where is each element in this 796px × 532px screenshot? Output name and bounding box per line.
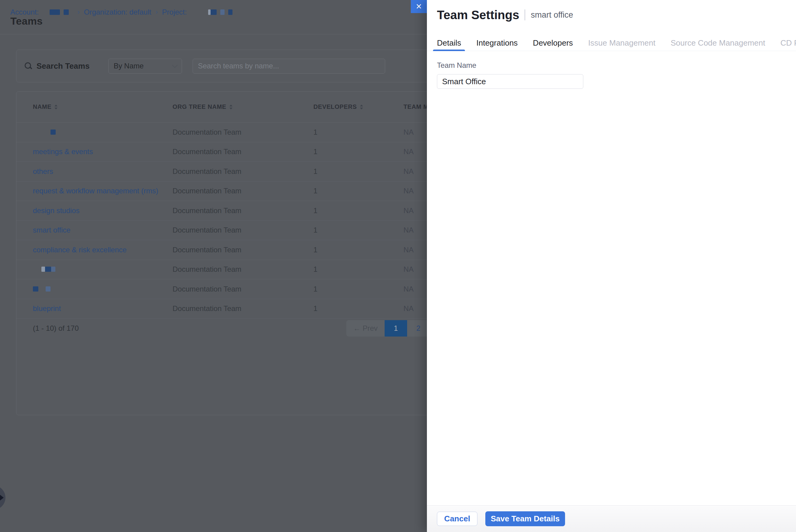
save-team-details-button[interactable]: Save Team Details	[485, 511, 565, 526]
page-button-1[interactable]: 1	[385, 320, 407, 337]
close-panel-button[interactable]: ✕	[411, 0, 427, 13]
details-tab-content: Team Name	[437, 51, 583, 89]
org-tree-name-cell: Documentation Team	[173, 285, 313, 293]
redaction-blocks	[33, 130, 56, 135]
org-tree-name-cell: Documentation Team	[173, 265, 313, 273]
developers-cell: 1	[313, 167, 403, 176]
page-button-2[interactable]: 2	[407, 320, 430, 337]
expand-arrow-icon	[0, 494, 4, 501]
org-tree-name-cell: Documentation Team	[173, 304, 313, 313]
redaction-blocks	[33, 286, 51, 291]
redaction-block	[46, 286, 51, 291]
breadcrumb-separator-icon: ›	[77, 8, 79, 16]
column-header-label: DEVELOPERS	[313, 103, 357, 110]
filter-select-value: By Name	[113, 62, 144, 70]
search-filter-select[interactable]: By Name	[108, 59, 182, 74]
column-header-org-tree-name[interactable]: ORG TREE NAME	[173, 103, 313, 110]
team-name-cell: design studios	[16, 206, 173, 215]
sort-up-icon	[360, 104, 363, 107]
org-tree-name-cell: Documentation Team	[173, 226, 313, 234]
app-root: Account: › Organization: default › Proje…	[0, 0, 796, 532]
team-link-compliance-risk-excellence[interactable]: compliance & risk excellence	[33, 246, 127, 254]
developers-cell: 1	[313, 148, 403, 156]
sort-down-icon	[54, 108, 57, 110]
tab-issue-management: Issue Management	[584, 36, 659, 51]
pagination-range: (1 - 10) of 170	[33, 320, 79, 337]
org-tree-name-cell: Documentation Team	[173, 206, 313, 215]
panel-tabs: DetailsIntegrationsDevelopersIssue Manag…	[427, 36, 796, 51]
column-header-label: ORG TREE NAME	[173, 103, 227, 110]
redaction-block	[228, 10, 233, 15]
org-tree-name-cell: Documentation Team	[173, 246, 313, 254]
team-name-cell: compliance & risk excellence	[16, 246, 173, 254]
developers-cell: 1	[313, 246, 403, 254]
org-tree-name-cell: Documentation Team	[173, 187, 313, 195]
redacted-team-name	[16, 128, 173, 136]
redacted-project-name	[208, 10, 233, 15]
team-link-request-workflow-management-rms[interactable]: request & workflow management (rms)	[33, 187, 158, 195]
team-name-cell: request & workflow management (rms)	[16, 187, 173, 195]
org-tree-name-cell: Documentation Team	[173, 167, 313, 176]
redaction-block	[208, 10, 211, 15]
org-tree-name-cell: Documentation Team	[173, 128, 313, 136]
column-header-developers[interactable]: DEVELOPERS	[313, 103, 403, 110]
team-link-others[interactable]: others	[33, 167, 53, 175]
redaction-blocks	[33, 267, 55, 272]
breadcrumb-organization-link[interactable]: Organization: default	[84, 8, 151, 16]
breadcrumb: Account: › Organization: default › Proje…	[10, 8, 233, 16]
redacted-team-name	[16, 265, 173, 273]
developers-cell: 1	[313, 226, 403, 234]
panel-header: Team Settings smart office	[427, 0, 796, 24]
team-name-cell: others	[16, 167, 173, 176]
developers-cell: 1	[313, 285, 403, 293]
cancel-button[interactable]: Cancel	[437, 512, 477, 526]
sort-down-icon	[230, 108, 233, 110]
prev-page-button[interactable]: ← Prev	[346, 320, 385, 337]
page-title: Teams	[10, 15, 42, 27]
sort-down-icon	[360, 108, 363, 110]
breadcrumb-separator-icon: ›	[156, 8, 158, 16]
search-teams-label: Search Teams	[37, 61, 89, 71]
developers-cell: 1	[313, 128, 403, 136]
title-divider	[525, 10, 525, 20]
tab-source-code-management: Source Code Management	[667, 36, 769, 51]
column-header-name[interactable]: NAME	[16, 103, 173, 110]
redaction-block	[45, 267, 51, 272]
redaction-block	[51, 267, 55, 272]
redacted-team-name	[16, 285, 173, 293]
redaction-block	[64, 10, 69, 15]
team-link-design-studios[interactable]: design studios	[33, 206, 79, 215]
panel-title: Team Settings	[437, 8, 519, 22]
sort-up-icon	[230, 104, 233, 107]
team-link-smart-office[interactable]: smart office	[33, 226, 71, 234]
sort-icon[interactable]	[230, 104, 233, 110]
tab-integrations[interactable]: Integrations	[472, 36, 522, 51]
redaction-block	[33, 286, 38, 291]
panel-subtitle: smart office	[531, 10, 573, 20]
team-name-cell: meetings & events	[16, 148, 173, 156]
team-name-input[interactable]	[437, 74, 583, 89]
breadcrumb-project-link[interactable]: Project:	[162, 8, 187, 16]
panel-footer: Cancel Save Team Details	[427, 505, 796, 532]
team-settings-panel: Team Settings smart office DetailsIntegr…	[427, 0, 796, 532]
developers-cell: 1	[313, 187, 403, 195]
redaction-block	[211, 10, 217, 15]
team-link-meetings-events[interactable]: meetings & events	[33, 148, 93, 156]
developers-cell: 1	[313, 265, 403, 273]
column-header-label: NAME	[33, 103, 51, 110]
collapsed-sidebar-toggle[interactable]	[0, 486, 5, 510]
sort-icon[interactable]	[54, 104, 57, 110]
tab-developers[interactable]: Developers	[529, 36, 577, 51]
redaction-block	[220, 10, 224, 15]
search-input[interactable]	[193, 59, 385, 74]
team-link-blueprint[interactable]: blueprint	[33, 304, 61, 312]
sort-icon[interactable]	[360, 104, 363, 110]
search-icon	[24, 62, 33, 70]
team-name-cell: smart office	[16, 226, 173, 234]
redaction-block	[41, 267, 45, 272]
team-name-cell: blueprint	[16, 304, 173, 313]
team-name-label: Team Name	[437, 61, 583, 70]
tab-details[interactable]: Details	[433, 36, 465, 51]
chevron-down-icon	[172, 62, 178, 68]
redaction-block	[50, 10, 60, 15]
